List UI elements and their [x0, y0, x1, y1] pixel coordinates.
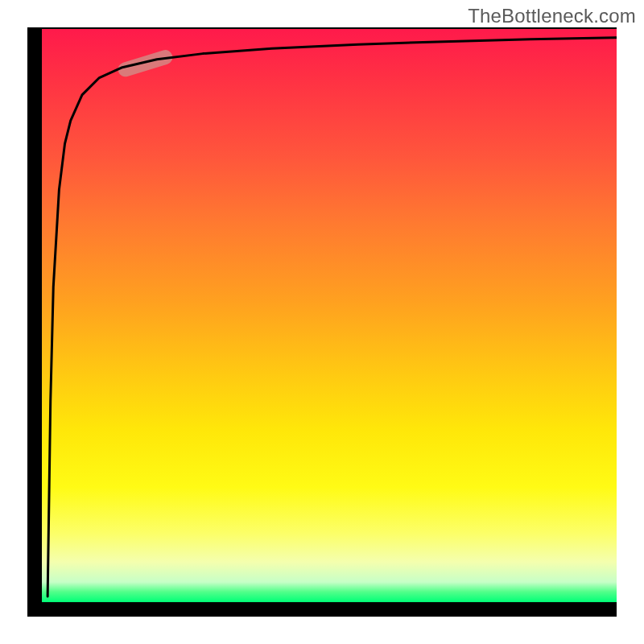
chart-gradient-area	[42, 29, 617, 602]
watermark-label: TheBottleneck.com	[468, 5, 636, 27]
chart-stage: TheBottleneck.com	[0, 0, 644, 644]
